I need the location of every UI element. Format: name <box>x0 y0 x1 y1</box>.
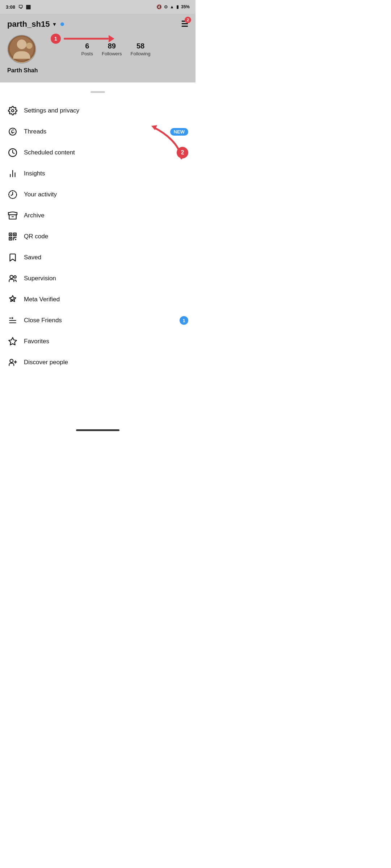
following-stat[interactable]: 58 Following <box>131 42 151 57</box>
discover-icon <box>7 357 18 368</box>
svg-point-4 <box>12 110 14 112</box>
svg-rect-16 <box>10 238 11 239</box>
qr-icon <box>7 231 18 242</box>
menu-item-metaverified[interactable]: Meta Verified <box>0 289 196 310</box>
svg-marker-28 <box>9 337 17 345</box>
supervision-icon <box>7 273 18 284</box>
activity-label: Your activity <box>24 191 57 198</box>
closefriends-label: Close Friends <box>24 317 62 324</box>
svg-rect-15 <box>14 234 15 235</box>
svg-point-29 <box>10 359 13 362</box>
menu-badge: 2 <box>185 17 191 23</box>
display-name: Parth Shah <box>7 67 188 74</box>
menu-item-qrcode[interactable]: QR code <box>0 226 196 247</box>
following-label: Following <box>131 51 151 56</box>
archive-icon <box>7 210 18 221</box>
signal-icon: ▲ <box>170 4 174 9</box>
profile-info: 6 Posts 89 Followers 58 Following <box>7 35 188 64</box>
followers-label: Followers <box>102 51 122 56</box>
menu-item-threads[interactable]: Threads NEW <box>0 121 196 142</box>
menu-item-archive[interactable]: Archive <box>0 205 196 226</box>
avatar[interactable] <box>7 35 36 64</box>
activity-icon <box>7 189 18 200</box>
saved-label: Saved <box>24 254 41 261</box>
profile-header: parth_sh15 ▼ ☰ 2 <box>0 14 196 82</box>
status-time: 3:08 <box>6 4 15 10</box>
stats-area: 6 Posts 89 Followers 58 Following <box>43 42 188 57</box>
menu-button[interactable]: ☰ 2 <box>181 20 188 29</box>
supervision-label: Supervision <box>24 275 56 282</box>
svg-rect-14 <box>10 234 11 235</box>
svg-point-23 <box>14 276 16 278</box>
insights-label: Insights <box>24 170 45 177</box>
svg-point-22 <box>10 275 13 278</box>
bottom-sheet: Settings and privacy Threads NEW <box>0 87 196 434</box>
metaverified-label: Meta Verified <box>24 296 60 303</box>
home-indicator <box>76 429 119 431</box>
svg-marker-27 <box>12 317 13 319</box>
scheduled-label: Scheduled content <box>24 149 75 156</box>
status-bar: 3:08 🗨 ▩ 🔇 ⊙ ▲ ▮ 35% <box>0 0 196 14</box>
bar-chart-icon <box>7 168 18 179</box>
menu-item-scheduled[interactable]: Scheduled content 2 <box>0 142 196 163</box>
svg-rect-19 <box>15 239 16 240</box>
menu-item-closefriends[interactable]: Close Friends 1 <box>0 310 196 331</box>
bookmark-icon <box>7 252 18 263</box>
menu-item-activity[interactable]: Your activity <box>0 184 196 205</box>
status-icon-message: 🗨 <box>18 4 23 10</box>
closefriends-badge: 1 <box>180 316 188 325</box>
menu-item-supervision[interactable]: Supervision <box>0 268 196 289</box>
posts-count: 6 <box>81 42 93 50</box>
posts-stat[interactable]: 6 Posts <box>81 42 93 57</box>
status-icon-camera: ▩ <box>26 4 31 10</box>
gear-icon <box>7 105 18 116</box>
following-count: 58 <box>131 42 151 50</box>
followers-stat[interactable]: 89 Followers <box>102 42 122 57</box>
menu-item-settings[interactable]: Settings and privacy <box>0 100 196 121</box>
close-friends-icon <box>7 315 18 326</box>
svg-point-3 <box>26 43 32 49</box>
meta-verified-icon <box>7 294 18 305</box>
discover-label: Discover people <box>24 359 68 366</box>
menu-item-saved[interactable]: Saved <box>0 247 196 268</box>
vibrate-icon: 🔇 <box>156 4 162 9</box>
menu-item-favorites[interactable]: Favorites <box>0 331 196 352</box>
threads-badge: NEW <box>170 128 188 136</box>
threads-icon <box>7 126 18 137</box>
svg-point-2 <box>17 39 27 49</box>
online-indicator <box>60 22 64 26</box>
clock-icon <box>7 147 18 158</box>
menu-list: Settings and privacy Threads NEW <box>0 100 196 373</box>
battery-icon: ▮ <box>176 4 179 9</box>
drag-handle[interactable] <box>91 91 105 93</box>
star-icon <box>7 336 18 347</box>
threads-label: Threads <box>24 128 46 135</box>
favorites-label: Favorites <box>24 338 49 345</box>
username: parth_sh15 <box>7 20 50 29</box>
menu-item-insights[interactable]: Insights <box>0 163 196 184</box>
wifi-icon: ⊙ <box>164 4 168 9</box>
annotation-circle-2: 2 <box>177 147 188 158</box>
qrcode-label: QR code <box>24 233 48 240</box>
archive-label: Archive <box>24 212 45 219</box>
username-area[interactable]: parth_sh15 ▼ <box>7 20 64 29</box>
settings-label: Settings and privacy <box>24 107 79 114</box>
battery-percent: 35% <box>181 4 190 9</box>
menu-item-discover[interactable]: Discover people <box>0 352 196 373</box>
posts-label: Posts <box>81 51 93 56</box>
dropdown-icon: ▼ <box>52 21 57 27</box>
followers-count: 89 <box>102 42 122 50</box>
